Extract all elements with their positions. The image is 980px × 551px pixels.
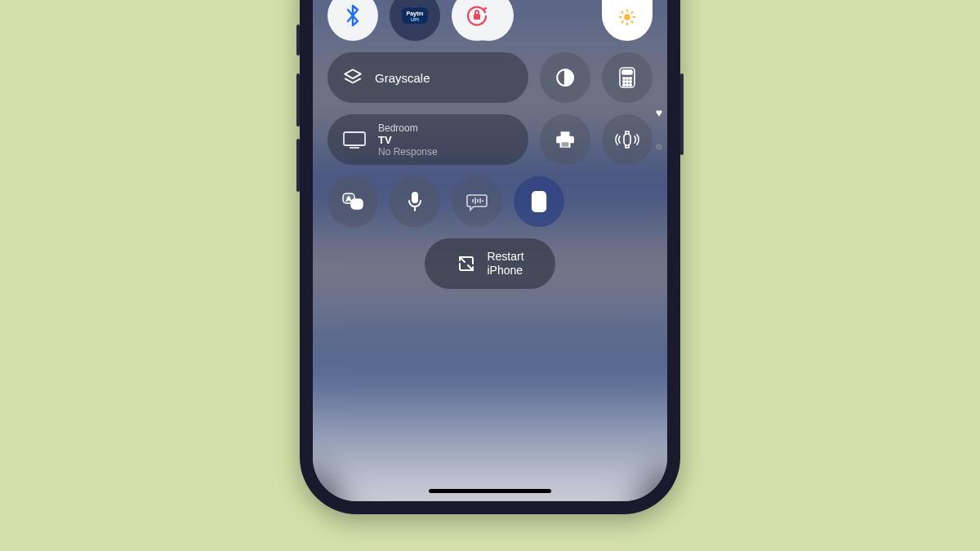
control-center-screen: ♥ [313,0,667,501]
restart-iphone-button[interactable]: Restart iPhone [425,238,555,289]
sound-recognition-shortcut[interactable] [452,176,502,227]
paytm-shortcut[interactable]: PaytmUPI [390,0,440,41]
tv-icon [342,130,367,149]
ping-watch-shortcut[interactable] [602,114,653,165]
volume-button [296,139,300,192]
airplay-status: Bedroom TV No Response [378,122,438,158]
calculator-shortcut[interactable] [602,52,653,103]
svg-point-21 [630,78,632,80]
brightness-slider[interactable] [602,0,653,41]
restart-label: Restart iPhone [487,250,523,278]
volume-button [296,73,300,127]
svg-rect-36 [412,192,418,203]
bluetooth-icon [343,3,363,28]
print-shortcut[interactable] [540,114,590,165]
svg-point-23 [626,81,629,83]
dark-mode-toggle[interactable] [540,52,590,103]
sun-icon [618,8,636,26]
svg-point-24 [630,81,632,83]
restart-icon [456,253,477,274]
svg-point-25 [623,84,626,87]
grayscale-toggle[interactable]: Grayscale [327,52,528,103]
rotation-lock-toggle[interactable] [452,0,502,41]
translate-shortcut[interactable]: A文 [327,176,378,227]
tap-shortcut[interactable] [514,176,564,227]
svg-rect-43 [532,192,546,211]
svg-point-20 [626,78,629,80]
svg-point-3 [624,14,630,20]
calculator-icon [618,66,636,89]
svg-rect-31 [624,134,630,145]
svg-line-9 [631,21,632,22]
svg-point-22 [623,81,626,83]
grayscale-label: Grayscale [375,71,430,85]
iphone-device-frame: ♥ [300,0,680,514]
waveform-bubble-icon [466,192,488,211]
svg-rect-28 [344,132,365,145]
svg-text:文: 文 [354,201,360,208]
volume-button [296,24,300,56]
paytm-upi-icon: PaytmUPI [399,0,431,32]
bluetooth-toggle[interactable] [327,0,378,41]
layers-icon [342,67,363,88]
svg-line-11 [631,11,632,12]
svg-text:A: A [346,195,351,202]
voice-memo-shortcut[interactable] [390,176,440,227]
phone-outline-icon [530,189,548,214]
rotation-lock-icon [465,3,489,28]
svg-rect-30 [562,142,569,146]
svg-point-19 [623,78,626,80]
airplay-tile[interactable]: Bedroom TV No Response [327,114,528,165]
svg-text:Paytm: Paytm [406,11,423,17]
printer-icon [555,129,576,150]
svg-rect-18 [622,70,632,74]
translate-icon: A文 [341,191,364,212]
power-button [680,73,684,155]
svg-text:UPI: UPI [411,17,419,22]
home-indicator[interactable] [429,489,551,493]
contrast-icon [555,67,576,88]
svg-line-10 [621,21,622,22]
svg-point-27 [630,84,632,87]
microphone-icon [408,191,422,212]
svg-point-26 [626,84,629,87]
svg-rect-15 [474,14,480,20]
svg-line-8 [621,11,622,12]
watch-ping-icon [615,129,639,150]
